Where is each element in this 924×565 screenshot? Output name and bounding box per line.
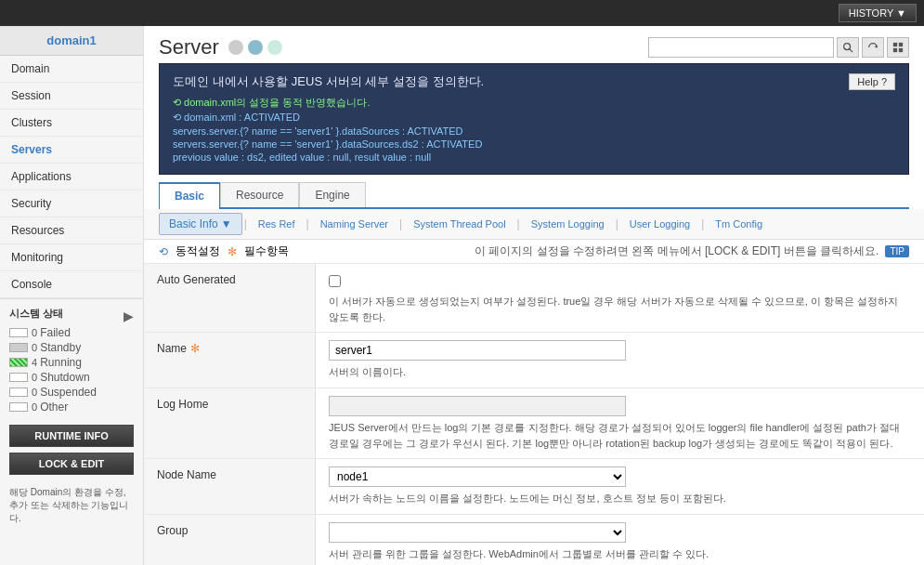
domain-name[interactable]: domain1 [0, 26, 143, 56]
status-row-suspended: 0 Suspended [9, 386, 134, 399]
svg-rect-3 [893, 43, 897, 46]
status-row-shutdown: 0 Shutdown [9, 371, 134, 384]
info-line-2: ⟲ domain.xml : ACTIVATED [173, 112, 895, 124]
tab-engine[interactable]: Engine [299, 182, 365, 207]
info-banner-title: 도메인 내에서 사용할 JEUS 서버의 세부 설정을 정의한다. [173, 73, 895, 90]
status-row-running: 4 Running [9, 356, 134, 369]
sidebar-item-session[interactable]: Session [0, 83, 143, 110]
status-toggle[interactable]: ▶ [124, 309, 134, 323]
main-layout: domain1 Domain Session Clusters Servers … [0, 26, 924, 565]
status-bar-failed [9, 328, 28, 337]
log-home-input[interactable] [329, 396, 626, 416]
system-status-title: 시스템 상태 [9, 307, 63, 321]
name-required-star: ✻ [190, 342, 200, 355]
sidebar-note: 해당 Domain의 환경을 수정, 추가 또는 삭제하는 기능입니다. [0, 480, 143, 531]
search-icon [842, 42, 853, 53]
tab-basic[interactable]: Basic [159, 182, 220, 209]
form-area: Auto Generated 이 서버가 자동으로 생성되었는지 여부가 설정된… [144, 264, 924, 565]
log-home-desc: JEUS Server에서 만드는 log의 기본 경로를 지정한다. 해당 경… [329, 420, 911, 451]
info-line-1: ⟲ domain.xml의 설정을 동적 반영했습니다. [173, 96, 895, 110]
header-decoration [228, 40, 282, 55]
form-row-log-home: Log Home JEUS Server에서 만드는 log의 기본 경로를 지… [144, 388, 924, 459]
required-label: 필수항목 [244, 243, 289, 259]
group-desc: 서버 관리를 위한 그룹을 설정한다. WebAdmin에서 그룹별로 서버를 … [329, 546, 911, 562]
group-select[interactable] [329, 522, 626, 543]
content-area: Server [144, 26, 924, 565]
top-bar: HISTORY ▼ [0, 0, 924, 26]
status-count-failed: 0 Failed [32, 326, 71, 339]
info-line-5: previous value : ds2, edited value : nul… [173, 151, 895, 163]
form-row-auto-generated: Auto Generated 이 서버가 자동으로 생성되었는지 여부가 설정된… [144, 264, 924, 333]
main-tabs: Basic Resource Engine [159, 182, 909, 209]
auto-generated-desc: 이 서버가 자동으로 생성되었는지 여부가 설정된다. true일 경우 해당 … [329, 294, 911, 324]
form-row-group: Group 서버 관리를 위한 그룹을 설정한다. WebAdmin에서 그룹별… [144, 515, 924, 565]
sidebar-item-applications[interactable]: Applications [0, 164, 143, 191]
subtab-system-thread-pool[interactable]: System Thread Pool [404, 215, 514, 233]
help-button[interactable]: Help ? [849, 73, 895, 90]
form-row-name: Name ✻ 서버의 이름이다. [144, 333, 924, 388]
status-bar-other [9, 402, 28, 412]
subtab-system-logging[interactable]: System Logging [522, 215, 614, 233]
sidebar: domain1 Domain Session Clusters Servers … [0, 26, 144, 565]
info-banner: Help ? 도메인 내에서 사용할 JEUS 서버의 세부 설정을 정의한다.… [159, 63, 909, 175]
status-bar-shutdown [9, 373, 28, 382]
sidebar-item-clusters[interactable]: Clusters [0, 110, 143, 137]
status-bar-suspended [9, 388, 28, 397]
tip-badge: TIP [885, 245, 909, 257]
history-button[interactable]: HISTORY ▼ [839, 4, 917, 22]
form-value-auto-generated: 이 서버가 자동으로 생성되었는지 여부가 설정된다. true일 경우 해당 … [316, 264, 924, 332]
page-title: Server [159, 35, 219, 59]
form-label-group: Group [144, 515, 316, 565]
sidebar-item-security[interactable]: Security [0, 191, 143, 217]
form-value-node-name: node1 서버가 속하는 노드의 이름을 설정한다. 노드에는 머신 정보, … [316, 459, 924, 514]
dynamic-label: 동적설정 [176, 243, 220, 259]
svg-line-1 [850, 49, 852, 52]
svg-rect-5 [893, 48, 897, 52]
lock-edit-button[interactable]: LOCK & EDIT [9, 453, 134, 475]
status-bar-standby [9, 343, 28, 352]
name-input[interactable] [329, 340, 626, 361]
form-label-node-name: Node Name [144, 459, 316, 514]
sidebar-item-resources[interactable]: Resources [0, 217, 143, 244]
status-panel: 시스템 상태 ▶ 0 Failed 0 Standby 4 Running 0 … [0, 298, 143, 419]
status-count-shutdown: 0 Shutdown [32, 371, 90, 384]
circle-gray [228, 40, 243, 55]
name-desc: 서버의 이름이다. [329, 364, 911, 380]
sidebar-item-monitoring[interactable]: Monitoring [0, 244, 143, 271]
svg-rect-6 [899, 48, 903, 52]
subtab-tm-config[interactable]: Tm Config [706, 215, 772, 233]
runtime-info-button[interactable]: RUNTIME INFO [9, 425, 134, 447]
refresh-button[interactable] [862, 37, 884, 58]
dynamic-icon: ⟲ [159, 245, 168, 258]
subtab-naming-server[interactable]: Naming Server [311, 215, 397, 233]
status-row-other: 0 Other [9, 401, 134, 414]
sidebar-item-console[interactable]: Console [0, 271, 143, 298]
search-bar [648, 37, 909, 58]
search-input[interactable] [648, 37, 834, 58]
settings-bar: ⟲ 동적설정 ✻ 필수항목 이 페이지의 설정을 수정하려면 왼쪽 메뉴에서 [… [144, 240, 924, 264]
circle-lt-green [267, 40, 282, 55]
sidebar-item-domain[interactable]: Domain [0, 56, 143, 83]
content-header: Server [159, 35, 648, 59]
grid-button[interactable] [887, 37, 909, 58]
form-label-log-home: Log Home [144, 388, 316, 458]
tab-resource[interactable]: Resource [220, 182, 299, 207]
info-line-3: servers.server.{? name == 'server1' }.da… [173, 125, 895, 137]
required-icon: ✻ [228, 245, 237, 258]
info-line-4: servers.server.{? name == 'server1' }.da… [173, 138, 895, 150]
status-row-standby: 0 Standby [9, 341, 134, 354]
form-row-node-name: Node Name node1 서버가 속하는 노드의 이름을 설정한다. 노드… [144, 459, 924, 515]
form-label-name: Name ✻ [144, 333, 316, 388]
subtab-user-logging[interactable]: User Logging [620, 215, 699, 233]
node-name-select[interactable]: node1 [329, 466, 626, 487]
circle-green [248, 40, 263, 55]
form-label-auto-generated: Auto Generated [144, 264, 316, 332]
sidebar-item-servers[interactable]: Servers [0, 137, 143, 164]
status-count-running: 4 Running [32, 356, 82, 369]
status-count-standby: 0 Standby [32, 341, 81, 354]
subtab-res-ref[interactable]: Res Ref [249, 215, 305, 233]
form-value-name: 서버의 이름이다. [316, 333, 924, 388]
search-button[interactable] [837, 37, 859, 58]
subtab-basic-info[interactable]: Basic Info ▼ [159, 213, 242, 235]
auto-generated-checkbox[interactable] [329, 275, 341, 287]
